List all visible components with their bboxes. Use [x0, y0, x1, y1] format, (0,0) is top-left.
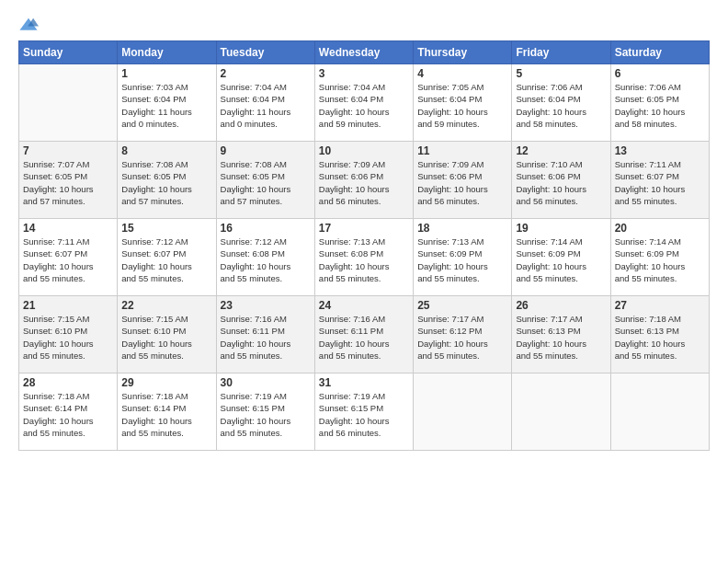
day-info: Sunrise: 7:18 AM Sunset: 6:14 PM Dayligh…	[23, 390, 113, 439]
calendar-cell: 24Sunrise: 7:16 AM Sunset: 6:11 PM Dayli…	[314, 296, 413, 373]
week-row-4: 21Sunrise: 7:15 AM Sunset: 6:10 PM Dayli…	[19, 296, 710, 373]
day-number: 18	[417, 222, 507, 235]
day-number: 12	[516, 144, 606, 157]
day-number: 31	[319, 376, 409, 389]
page: SundayMondayTuesdayWednesdayThursdayFrid…	[0, 0, 728, 563]
weekday-sunday: Sunday	[19, 41, 118, 64]
day-info: Sunrise: 7:13 AM Sunset: 6:08 PM Dayligh…	[319, 236, 409, 284]
day-info: Sunrise: 7:10 AM Sunset: 6:06 PM Dayligh…	[516, 158, 606, 207]
calendar-cell: 7Sunrise: 7:07 AM Sunset: 6:05 PM Daylig…	[19, 142, 118, 219]
day-number: 29	[121, 376, 211, 389]
day-info: Sunrise: 7:09 AM Sunset: 6:06 PM Dayligh…	[417, 158, 507, 207]
day-info: Sunrise: 7:09 AM Sunset: 6:06 PM Dayligh…	[319, 158, 409, 207]
day-number: 20	[615, 222, 705, 235]
calendar-cell: 30Sunrise: 7:19 AM Sunset: 6:15 PM Dayli…	[216, 373, 314, 451]
header	[18, 17, 710, 33]
calendar-cell	[414, 373, 512, 451]
calendar-cell: 29Sunrise: 7:18 AM Sunset: 6:14 PM Dayli…	[118, 373, 216, 451]
calendar-cell: 2Sunrise: 7:04 AM Sunset: 6:04 PM Daylig…	[216, 64, 314, 142]
day-info: Sunrise: 7:14 AM Sunset: 6:09 PM Dayligh…	[615, 236, 705, 284]
day-number: 16	[221, 222, 311, 235]
calendar-cell: 8Sunrise: 7:08 AM Sunset: 6:05 PM Daylig…	[118, 142, 216, 219]
calendar-cell: 31Sunrise: 7:19 AM Sunset: 6:15 PM Dayli…	[314, 373, 413, 451]
day-info: Sunrise: 7:19 AM Sunset: 6:15 PM Dayligh…	[221, 390, 311, 439]
calendar-cell: 13Sunrise: 7:11 AM Sunset: 6:07 PM Dayli…	[610, 142, 709, 219]
calendar-cell: 10Sunrise: 7:09 AM Sunset: 6:06 PM Dayli…	[314, 142, 413, 219]
day-number: 2	[221, 67, 311, 80]
day-info: Sunrise: 7:03 AM Sunset: 6:04 PM Dayligh…	[121, 81, 211, 130]
day-info: Sunrise: 7:08 AM Sunset: 6:05 PM Dayligh…	[221, 158, 311, 207]
day-number: 19	[516, 222, 606, 235]
day-number: 10	[319, 144, 409, 157]
day-info: Sunrise: 7:08 AM Sunset: 6:05 PM Dayligh…	[121, 158, 211, 207]
calendar-cell: 25Sunrise: 7:17 AM Sunset: 6:12 PM Dayli…	[414, 296, 512, 373]
day-info: Sunrise: 7:15 AM Sunset: 6:10 PM Dayligh…	[23, 313, 113, 362]
calendar-cell: 3Sunrise: 7:04 AM Sunset: 6:04 PM Daylig…	[314, 64, 413, 142]
day-info: Sunrise: 7:07 AM Sunset: 6:05 PM Dayligh…	[23, 158, 113, 207]
calendar-cell: 20Sunrise: 7:14 AM Sunset: 6:09 PM Dayli…	[610, 219, 709, 296]
calendar-cell	[19, 64, 118, 142]
calendar-cell: 17Sunrise: 7:13 AM Sunset: 6:08 PM Dayli…	[314, 219, 413, 296]
day-info: Sunrise: 7:05 AM Sunset: 6:04 PM Dayligh…	[417, 81, 507, 130]
calendar-cell: 19Sunrise: 7:14 AM Sunset: 6:09 PM Dayli…	[512, 219, 610, 296]
calendar-cell	[610, 373, 709, 451]
day-number: 24	[319, 299, 409, 312]
weekday-header-row: SundayMondayTuesdayWednesdayThursdayFrid…	[19, 41, 710, 64]
day-info: Sunrise: 7:06 AM Sunset: 6:04 PM Dayligh…	[516, 81, 606, 130]
day-info: Sunrise: 7:17 AM Sunset: 6:12 PM Dayligh…	[417, 313, 507, 362]
week-row-1: 1Sunrise: 7:03 AM Sunset: 6:04 PM Daylig…	[19, 64, 710, 142]
calendar-table: SundayMondayTuesdayWednesdayThursdayFrid…	[18, 40, 710, 451]
day-number: 23	[221, 299, 311, 312]
day-number: 26	[516, 299, 606, 312]
day-number: 13	[615, 144, 705, 157]
day-info: Sunrise: 7:16 AM Sunset: 6:11 PM Dayligh…	[319, 313, 409, 362]
day-info: Sunrise: 7:14 AM Sunset: 6:09 PM Dayligh…	[516, 236, 606, 284]
calendar-cell	[512, 373, 610, 451]
weekday-friday: Friday	[512, 41, 610, 64]
day-number: 14	[23, 222, 113, 235]
calendar-cell: 18Sunrise: 7:13 AM Sunset: 6:09 PM Dayli…	[414, 219, 512, 296]
day-number: 9	[221, 144, 311, 157]
day-number: 3	[319, 67, 409, 80]
day-number: 15	[121, 222, 211, 235]
day-info: Sunrise: 7:16 AM Sunset: 6:11 PM Dayligh…	[221, 313, 311, 362]
day-info: Sunrise: 7:18 AM Sunset: 6:14 PM Dayligh…	[121, 390, 211, 439]
calendar-cell: 14Sunrise: 7:11 AM Sunset: 6:07 PM Dayli…	[19, 219, 118, 296]
day-number: 22	[121, 299, 211, 312]
logo	[18, 17, 42, 33]
calendar-cell: 11Sunrise: 7:09 AM Sunset: 6:06 PM Dayli…	[414, 142, 512, 219]
day-info: Sunrise: 7:11 AM Sunset: 6:07 PM Dayligh…	[615, 158, 705, 207]
day-number: 28	[23, 376, 113, 389]
day-info: Sunrise: 7:04 AM Sunset: 6:04 PM Dayligh…	[221, 81, 311, 130]
calendar-cell: 22Sunrise: 7:15 AM Sunset: 6:10 PM Dayli…	[118, 296, 216, 373]
week-row-3: 14Sunrise: 7:11 AM Sunset: 6:07 PM Dayli…	[19, 219, 710, 296]
calendar-cell: 21Sunrise: 7:15 AM Sunset: 6:10 PM Dayli…	[19, 296, 118, 373]
weekday-monday: Monday	[118, 41, 216, 64]
day-info: Sunrise: 7:12 AM Sunset: 6:07 PM Dayligh…	[121, 236, 211, 284]
calendar-cell: 1Sunrise: 7:03 AM Sunset: 6:04 PM Daylig…	[118, 64, 216, 142]
day-number: 8	[121, 144, 211, 157]
day-number: 6	[615, 67, 705, 80]
day-info: Sunrise: 7:17 AM Sunset: 6:13 PM Dayligh…	[516, 313, 606, 362]
day-number: 17	[319, 222, 409, 235]
day-info: Sunrise: 7:04 AM Sunset: 6:04 PM Dayligh…	[319, 81, 409, 130]
logo-icon	[18, 17, 39, 33]
calendar-cell: 9Sunrise: 7:08 AM Sunset: 6:05 PM Daylig…	[216, 142, 314, 219]
day-info: Sunrise: 7:12 AM Sunset: 6:08 PM Dayligh…	[221, 236, 311, 284]
day-number: 5	[516, 67, 606, 80]
day-number: 21	[23, 299, 113, 312]
calendar-cell: 27Sunrise: 7:18 AM Sunset: 6:13 PM Dayli…	[610, 296, 709, 373]
calendar-cell: 15Sunrise: 7:12 AM Sunset: 6:07 PM Dayli…	[118, 219, 216, 296]
weekday-tuesday: Tuesday	[216, 41, 314, 64]
calendar-cell: 26Sunrise: 7:17 AM Sunset: 6:13 PM Dayli…	[512, 296, 610, 373]
calendar-cell: 28Sunrise: 7:18 AM Sunset: 6:14 PM Dayli…	[19, 373, 118, 451]
day-number: 11	[417, 144, 507, 157]
day-number: 7	[23, 144, 113, 157]
day-info: Sunrise: 7:06 AM Sunset: 6:05 PM Dayligh…	[615, 81, 705, 130]
day-info: Sunrise: 7:19 AM Sunset: 6:15 PM Dayligh…	[319, 390, 409, 439]
calendar-cell: 12Sunrise: 7:10 AM Sunset: 6:06 PM Dayli…	[512, 142, 610, 219]
day-number: 27	[615, 299, 705, 312]
calendar-cell: 16Sunrise: 7:12 AM Sunset: 6:08 PM Dayli…	[216, 219, 314, 296]
day-number: 30	[221, 376, 311, 389]
day-info: Sunrise: 7:11 AM Sunset: 6:07 PM Dayligh…	[23, 236, 113, 284]
